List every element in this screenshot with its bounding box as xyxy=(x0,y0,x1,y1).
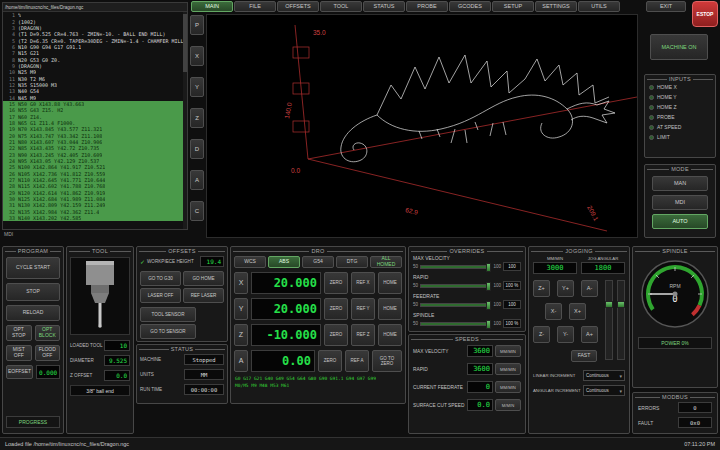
cycle-start-button[interactable]: CYCLE START xyxy=(6,257,60,279)
angular-increment-select[interactable]: Continuous ▾ xyxy=(583,385,625,396)
eoffset-button[interactable]: EOFFSET xyxy=(6,365,33,379)
gcode-line-number: 33 xyxy=(3,215,15,221)
gcode-preview[interactable]: 35.0 140.0 0.0 62.9 209.1 xyxy=(206,14,638,238)
speed-unit-button[interactable]: MM/MIN xyxy=(495,345,521,357)
gcode-scrollbar-thumb[interactable] xyxy=(183,14,187,72)
menu-setup[interactable]: SETUP xyxy=(492,1,534,12)
gcode-line[interactable]: 33N140 X143.202 Y42.585 xyxy=(3,215,187,221)
speed-unit-button[interactable]: MM/MIN xyxy=(495,381,521,393)
jog-fast-button[interactable]: FAST xyxy=(571,350,597,362)
overrides-title-label: OVERRIDES xyxy=(449,248,484,254)
ref-x-button[interactable]: REF X xyxy=(351,272,375,294)
mode-auto-button[interactable]: AUTO xyxy=(652,214,708,229)
gcode-line[interactable]: 4(T1 D=9.525 CR=4.763 - ZMIN=-10. - BALL… xyxy=(3,31,187,37)
slider-thumb[interactable] xyxy=(486,301,491,310)
zero-button[interactable]: ZERO xyxy=(324,298,348,320)
dro-tab-wcs[interactable]: WCS xyxy=(234,256,266,268)
home-button[interactable]: HOME xyxy=(378,272,402,294)
zero-button[interactable]: ZERO xyxy=(324,324,348,346)
gcode-line-text: (T2 D=6.35 CR=0. TAPER=30DEG - ZMIN=-1.4… xyxy=(18,38,187,44)
flood-button[interactable]: FLOOD OFF xyxy=(35,345,61,361)
view-z-button[interactable]: Z xyxy=(190,108,204,128)
main-menu: MAINFILEOFFSETSTOOLSTATUSPROBEGCODESSETU… xyxy=(191,1,620,12)
stop-button[interactable]: STOP xyxy=(6,283,60,301)
ref-laser-button[interactable]: REF LASER xyxy=(183,288,224,303)
menu-settings[interactable]: SETTINGS xyxy=(535,1,577,12)
go-to-g30-button[interactable]: GO TO G30 xyxy=(140,271,181,286)
dro-tab-g54[interactable]: G54 xyxy=(302,256,334,268)
mode-mdi-button[interactable]: MDI xyxy=(652,195,708,210)
jog-linear-slider[interactable] xyxy=(605,280,613,360)
go-home-button[interactable]: GO HOME xyxy=(183,271,224,286)
gcode-line-text: N70 X143.845 Y43.577 Z11.321 xyxy=(18,126,102,132)
home-button[interactable]: HOME xyxy=(378,298,402,320)
ref-z-button[interactable]: REF Z xyxy=(351,324,375,346)
menu-status[interactable]: STATUS xyxy=(363,1,405,12)
jog-z-plus-button[interactable]: Z+ xyxy=(533,280,550,297)
jog-angular-slider-thumb[interactable] xyxy=(617,301,625,308)
view-d-button[interactable]: D xyxy=(190,139,204,159)
gcode-scrollbar[interactable] xyxy=(183,12,187,229)
rpm-label: RPM xyxy=(669,283,680,289)
opt-stop-button[interactable]: OPT STOP xyxy=(6,325,32,341)
mode-man-button[interactable]: MAN xyxy=(652,176,708,191)
estop-button[interactable]: ESTOP xyxy=(692,1,718,27)
jog-angular-slider[interactable] xyxy=(617,280,625,360)
menu-file[interactable]: FILE xyxy=(234,1,276,12)
override-slider[interactable] xyxy=(420,265,491,269)
go-to-zero-button[interactable]: GO TO ZERO xyxy=(372,350,402,372)
gcode-line[interactable]: 5(T2 D=6.35 CR=0. TAPER=30DEG - ZMIN=-1.… xyxy=(3,37,187,43)
jog-x-minus-button[interactable]: X- xyxy=(545,303,562,320)
dro-panel: DRO WCSABSG54DTGALL HOMED X20.000ZEROREF… xyxy=(230,246,406,404)
overrides-panel-title: OVERRIDES xyxy=(409,247,525,254)
laser-off-button[interactable]: LASER OFF xyxy=(140,288,181,303)
reload-button[interactable]: RELOAD xyxy=(6,305,60,321)
slider-min-label: 50 xyxy=(413,302,418,307)
menu-main[interactable]: MAIN xyxy=(191,1,233,12)
menu-gcodes[interactable]: GCODES xyxy=(449,1,491,12)
speed-unit-button[interactable]: MM/MIN xyxy=(495,363,521,375)
mist-button[interactable]: MIST OFF xyxy=(6,345,32,361)
menu-offsets[interactable]: OFFSETS xyxy=(277,1,319,12)
linear-increment-select[interactable]: Continuous ▾ xyxy=(583,370,625,381)
override-slider[interactable] xyxy=(420,284,491,288)
dro-tab-dtg[interactable]: DTG xyxy=(336,256,368,268)
exit-button[interactable]: EXIT xyxy=(646,1,686,12)
override-slider[interactable] xyxy=(420,303,491,307)
gcode-line-number: 6 xyxy=(3,44,15,50)
jog-y-plus-button[interactable]: Y+ xyxy=(557,280,574,297)
jog-a-minus-button[interactable]: A- xyxy=(581,280,598,297)
jog-linear-slider-thumb[interactable] xyxy=(605,301,613,308)
view-x-button[interactable]: X xyxy=(190,46,204,66)
view-p-button[interactable]: P xyxy=(190,15,204,35)
override-slider[interactable] xyxy=(420,322,491,326)
menu-tool[interactable]: TOOL xyxy=(320,1,362,12)
slider-thumb[interactable] xyxy=(486,320,491,329)
ref-y-button[interactable]: REF Y xyxy=(351,298,375,320)
opt-block-button[interactable]: OPT BLOCK xyxy=(35,325,61,341)
zero-button[interactable]: ZERO xyxy=(318,350,342,372)
ref-a-button[interactable]: REF A xyxy=(345,350,369,372)
machine-on-button[interactable]: MACHINE ON xyxy=(650,34,708,60)
view-y-button[interactable]: Y xyxy=(190,77,204,97)
jog-y-minus-button[interactable]: Y- xyxy=(557,326,574,343)
jog-x-plus-button[interactable]: X+ xyxy=(569,303,586,320)
menu-utils[interactable]: UTILS xyxy=(578,1,620,12)
slider-thumb[interactable] xyxy=(486,263,491,272)
dro-tab-abs[interactable]: ABS xyxy=(268,256,300,268)
view-a-button[interactable]: A xyxy=(190,170,204,190)
go-to-sensor-button[interactable]: GO TO SENSOR xyxy=(140,324,196,339)
home-button[interactable]: HOME xyxy=(378,324,402,346)
view-c-button[interactable]: C xyxy=(190,201,204,221)
tool-sensor-button[interactable]: TOOL SENSOR xyxy=(140,307,196,322)
dro-tab-all-homed[interactable]: ALL HOMED xyxy=(370,256,402,268)
mode-panel: MODE MANMDIAUTO xyxy=(644,164,716,238)
jog-a-plus-button[interactable]: A+ xyxy=(581,326,598,343)
menu-probe[interactable]: PROBE xyxy=(406,1,448,12)
slider-thumb[interactable] xyxy=(486,282,491,291)
jog-z-minus-button[interactable]: Z- xyxy=(533,326,550,343)
speed-unit-button[interactable]: M/MIN xyxy=(495,399,521,411)
machine-state-label: MACHINE xyxy=(140,357,161,362)
zero-button[interactable]: ZERO xyxy=(324,272,348,294)
gcode-line-number: 9 xyxy=(3,63,15,69)
